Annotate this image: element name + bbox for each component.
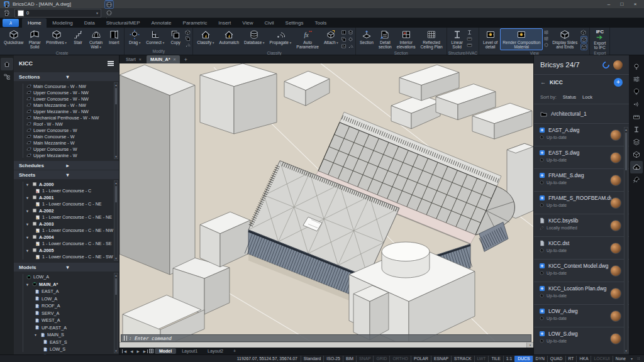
layout-tab[interactable]: Model bbox=[155, 348, 176, 354]
ribbon-button[interactable]: Linear Solid bbox=[448, 28, 466, 50]
status-toggle[interactable]: None bbox=[613, 356, 628, 362]
layout-list-icon[interactable] bbox=[149, 349, 153, 353]
file-row[interactable]: EAST_A.dwg Up-to-date bbox=[534, 123, 629, 146]
status-toggle[interactable]: 1:1 bbox=[503, 356, 514, 362]
ribbon-button[interactable]: Reflected Ceiling Plan bbox=[418, 28, 445, 50]
profiles-icon[interactable] bbox=[630, 123, 643, 136]
small-tool-icon[interactable] bbox=[543, 30, 549, 35]
small-tool-icon[interactable] bbox=[185, 36, 191, 41]
ribbon-button[interactable]: Auto Parametrize bbox=[294, 28, 321, 50]
ribbon-button[interactable]: Quickdraw bbox=[1, 28, 26, 50]
sheet-item[interactable]: A-2003 bbox=[26, 221, 113, 228]
sheet-item[interactable]: 1 - Lower Concourse - C - NE - NE bbox=[26, 214, 113, 221]
small-tool-icon[interactable] bbox=[580, 36, 587, 43]
sheet-item[interactable]: 1 - Lower Concourse - C - NE bbox=[26, 201, 113, 208]
user-avatar[interactable] bbox=[613, 60, 623, 70]
sheet-item[interactable]: A-2004 bbox=[26, 234, 113, 241]
status-toggle[interactable]: BIM bbox=[343, 356, 356, 362]
models-header[interactable]: Models bbox=[14, 263, 119, 272]
file-row[interactable]: KICC.dst Up-to-date bbox=[534, 236, 629, 259]
command-line[interactable]: : Enter command bbox=[121, 334, 531, 342]
file-row[interactable]: LOW_S.dwg Up-to-date bbox=[534, 327, 629, 349]
scrollbar[interactable] bbox=[114, 273, 118, 353]
small-tool-icon[interactable] bbox=[348, 30, 353, 35]
section-item[interactable]: Main Concourse - W - NW bbox=[26, 83, 113, 89]
ribbon-button[interactable]: Primitives bbox=[43, 28, 69, 50]
small-tool-icon[interactable] bbox=[543, 42, 549, 48]
ribbon-button[interactable]: Render Composition Material bbox=[500, 28, 543, 50]
status-toggle[interactable]: LOCKUI bbox=[591, 356, 612, 362]
section-item[interactable]: Lower Concourse - W - NW bbox=[26, 96, 113, 102]
ribbon-button[interactable]: Section bbox=[357, 28, 376, 50]
model-item[interactable]: LOW_A bbox=[26, 295, 113, 303]
pin-icon[interactable] bbox=[630, 173, 643, 186]
export-to-ifc-button[interactable]: IFC Export to IFC bbox=[591, 28, 608, 50]
sheet-item[interactable]: A-2002 bbox=[26, 207, 113, 214]
ribbon-button[interactable]: Attach bbox=[321, 28, 341, 50]
ribbon-tab[interactable]: Structural/MEP bbox=[101, 18, 146, 28]
file-row[interactable]: FRAME_S_ROOFBEAM.dwg Up-to-date bbox=[534, 191, 629, 214]
ribbon-button[interactable]: Planar Solid bbox=[26, 28, 43, 50]
folder-row[interactable]: Architectural_1 bbox=[534, 104, 629, 123]
horizontal-scrollbar[interactable] bbox=[119, 342, 533, 348]
ribbon-tab[interactable]: Data bbox=[79, 18, 101, 28]
small-tool-icon[interactable] bbox=[543, 36, 549, 41]
status-toggle[interactable]: POLAR bbox=[411, 356, 431, 362]
ribbon-tab[interactable]: Home bbox=[22, 18, 47, 28]
resize-grip-icon[interactable] bbox=[637, 357, 640, 360]
tips-icon[interactable] bbox=[630, 60, 643, 73]
ribbon-tab[interactable]: Insert bbox=[213, 18, 236, 28]
render-sphere-icon[interactable] bbox=[104, 9, 114, 17]
file-row[interactable]: FRAME_S.dwg Up-to-date bbox=[534, 168, 629, 191]
ribbon-button[interactable]: Automatch bbox=[217, 28, 242, 50]
status-toggle[interactable]: Standard bbox=[301, 356, 324, 362]
file-row[interactable]: EAST_S.dwg Up-to-date bbox=[534, 146, 629, 168]
file-row[interactable]: KICC_Context Model.dwg Up-to-date bbox=[534, 259, 629, 282]
components-icon[interactable] bbox=[630, 148, 643, 161]
status-toggle[interactable]: LWT bbox=[474, 356, 489, 362]
model-item[interactable]: EAST_A bbox=[26, 288, 113, 295]
scrollbar[interactable] bbox=[114, 180, 118, 261]
print-icon[interactable] bbox=[2, 1, 11, 9]
model-item[interactable]: LOW_A bbox=[26, 273, 113, 281]
sheet-item[interactable]: A-2001 bbox=[26, 194, 113, 201]
sheet-item[interactable]: 1 - Lower Concourse - C - NE - SE bbox=[26, 241, 113, 248]
small-tool-icon[interactable] bbox=[467, 42, 472, 48]
section-item[interactable]: Upper Concourse - W - NW bbox=[26, 89, 113, 96]
next-layout-icon[interactable]: ▶ bbox=[135, 349, 140, 353]
layer-dropdown[interactable]: 0 bbox=[14, 9, 101, 18]
status-toggle[interactable]: ISO-25 bbox=[323, 356, 343, 362]
model-item[interactable]: SERV_A bbox=[26, 310, 113, 317]
status-toggle[interactable]: DUCS bbox=[514, 356, 532, 362]
small-tool-icon[interactable] bbox=[341, 30, 347, 35]
small-tool-icon[interactable] bbox=[580, 43, 587, 50]
small-tool-icon[interactable] bbox=[580, 30, 586, 35]
scrollbar[interactable] bbox=[624, 127, 628, 353]
adjustments-icon[interactable] bbox=[630, 73, 643, 85]
3d-model-view[interactable] bbox=[119, 63, 533, 348]
small-tool-icon[interactable] bbox=[467, 36, 472, 41]
prev-layout-icon[interactable]: ◀ bbox=[129, 349, 134, 353]
ribbon-button[interactable]: Connect bbox=[143, 28, 167, 48]
maximize-button[interactable]: □ bbox=[617, 1, 627, 8]
document-tab[interactable]: MAIN_A* bbox=[147, 55, 180, 63]
file-row[interactable]: KICC.bsyslib Locally modified bbox=[534, 214, 629, 236]
ribbon-button[interactable]: Curtain Wall bbox=[87, 28, 105, 50]
section-item[interactable]: Main Mezzanine - W bbox=[26, 140, 113, 146]
ribbon-tab[interactable]: Settings bbox=[280, 18, 309, 28]
status-toggle[interactable]: ORTHO bbox=[389, 356, 410, 362]
sheet-item[interactable]: 1 - Lower Concourse - C - NE - NW bbox=[26, 228, 113, 234]
file-row[interactable]: KICC_Location Plan.dwg Up-to-date bbox=[534, 282, 629, 304]
sort-option-lock[interactable]: Lock bbox=[582, 94, 592, 100]
sheet-item[interactable]: 1 - Lower Concourse - C bbox=[26, 188, 113, 195]
ribbon-tab[interactable]: View bbox=[236, 18, 258, 28]
ribbon-button[interactable]: Drag bbox=[126, 28, 143, 48]
status-toggle[interactable]: DYN bbox=[533, 356, 547, 362]
status-toggle[interactable]: SNAP bbox=[356, 356, 374, 362]
app-menu-button[interactable]: λ bbox=[3, 19, 19, 27]
small-tool-icon[interactable] bbox=[185, 30, 191, 35]
ribbon-button[interactable]: Propagate bbox=[267, 28, 294, 50]
sheet-item[interactable]: 1 - Lower Concourse - C - NE - SW bbox=[26, 254, 113, 261]
sheet-item[interactable]: A-2005 bbox=[26, 247, 113, 254]
layout-tab[interactable]: Layout1 bbox=[177, 348, 202, 354]
